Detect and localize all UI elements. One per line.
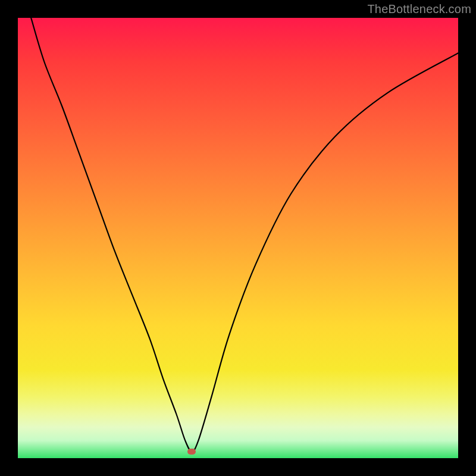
plot-area [18, 18, 458, 458]
chart-frame: TheBottleneck.com [0, 0, 476, 476]
watermark-text: TheBottleneck.com [367, 2, 471, 16]
bottleneck-curve [18, 18, 458, 458]
optimal-point-marker [187, 449, 196, 455]
